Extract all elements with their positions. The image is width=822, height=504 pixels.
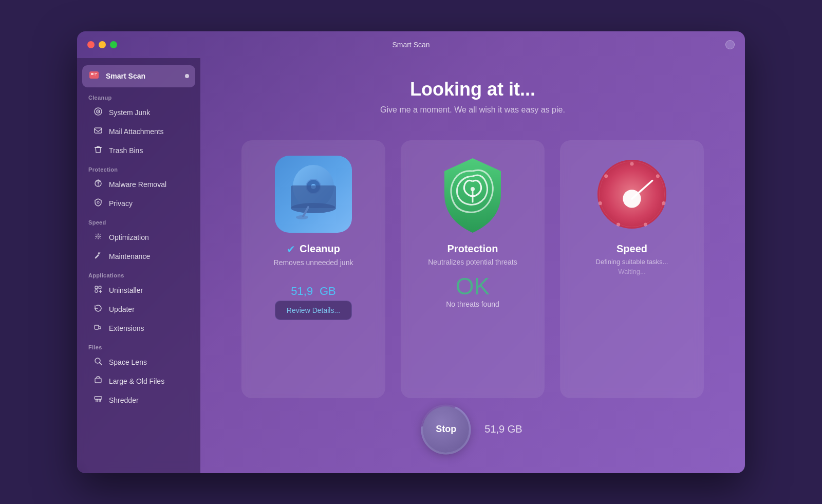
svg-point-29 <box>656 174 660 178</box>
svg-point-30 <box>662 201 665 205</box>
sidebar-uninstaller-label: Uninstaller <box>109 286 143 294</box>
space-lens-icon <box>94 357 103 368</box>
main-subheading: Give me a moment. We all wish it was eas… <box>380 105 565 115</box>
svg-point-34 <box>604 174 608 178</box>
sidebar-maintenance-label: Maintenance <box>109 252 150 260</box>
cleanup-title-row: ✔ Cleanup <box>287 243 340 255</box>
disk-svg <box>280 161 347 228</box>
svg-point-32 <box>616 222 620 226</box>
main-content: Smart Scan Cleanup System Junk <box>77 58 745 473</box>
sidebar-space-lens-label: Space Lens <box>109 358 147 366</box>
cleanup-description: Removes unneeded junk <box>274 258 353 267</box>
sidebar-optimization-label: Optimization <box>109 233 149 241</box>
sidebar-item-smart-scan[interactable]: Smart Scan <box>82 65 195 87</box>
section-label-speed: Speed <box>77 213 200 228</box>
shredder-icon <box>94 395 103 406</box>
mail-icon <box>94 126 103 137</box>
bottom-bar: Stop 51,9 GB <box>423 398 522 463</box>
speed-title-row: Speed <box>616 243 647 255</box>
privacy-icon <box>94 198 103 209</box>
protection-description: Neutralizes potential threats <box>428 258 517 266</box>
close-button[interactable] <box>87 41 95 48</box>
svg-point-6 <box>98 111 99 112</box>
sidebar-privacy-label: Privacy <box>109 199 133 208</box>
uninstaller-icon <box>94 285 103 296</box>
section-label-files: Files <box>77 338 200 352</box>
cleanup-check-icon: ✔ <box>287 243 295 255</box>
sidebar-item-uninstaller[interactable]: Uninstaller <box>82 281 195 300</box>
sidebar-item-space-lens[interactable]: Space Lens <box>82 353 195 371</box>
shield-svg <box>434 156 511 233</box>
main-panel: Looking at it... Give me a moment. We al… <box>200 58 745 473</box>
svg-point-9 <box>97 201 99 203</box>
svg-rect-15 <box>95 325 99 329</box>
sidebar-item-large-old-files[interactable]: Large & Old Files <box>82 372 195 390</box>
cleanup-title: Cleanup <box>300 243 340 255</box>
cleanup-card: ✔ Cleanup Removes unneeded junk 51,9 GB … <box>241 140 385 398</box>
protection-title-row: Protection <box>447 243 498 255</box>
app-window: Smart Scan Smart Scan Cleanup <box>77 31 745 473</box>
sidebar-item-privacy[interactable]: Privacy <box>82 194 195 213</box>
protection-title: Protection <box>447 243 498 255</box>
sidebar-trash-label: Trash Bins <box>109 146 143 155</box>
sidebar-item-updater[interactable]: Updater <box>82 300 195 319</box>
svg-rect-2 <box>95 73 97 74</box>
titlebar: Smart Scan <box>77 31 745 58</box>
section-label-protection: Protection <box>77 160 200 175</box>
section-label-cleanup: Cleanup <box>77 88 200 103</box>
section-label-applications: Applications <box>77 266 200 281</box>
review-details-button[interactable]: Review Details... <box>275 301 352 320</box>
speed-status: Waiting... <box>618 268 646 275</box>
active-indicator <box>185 74 189 78</box>
speed-description: Defining suitable tasks... <box>596 258 668 266</box>
protection-icon-wrap <box>434 156 511 233</box>
sidebar-item-system-junk[interactable]: System Junk <box>82 103 195 122</box>
speed-title: Speed <box>616 243 647 255</box>
sidebar-item-shredder[interactable]: Shredder <box>82 391 195 409</box>
svg-rect-12 <box>95 286 98 289</box>
sidebar-item-label: Smart Scan <box>106 72 145 80</box>
svg-point-31 <box>644 222 647 226</box>
sidebar-item-extensions[interactable]: Extensions <box>82 319 195 338</box>
cleanup-icon-wrap <box>275 156 352 233</box>
stop-value-label: 51,9 GB <box>484 423 522 435</box>
sidebar-malware-label: Malware Removal <box>109 180 166 189</box>
trash-icon <box>94 145 103 156</box>
protection-status: No threats found <box>446 300 499 308</box>
speed-card: Speed Defining suitable tasks... Waiting… <box>560 140 704 398</box>
svg-point-28 <box>630 162 633 165</box>
system-junk-icon <box>94 107 103 118</box>
sidebar-item-optimization[interactable]: Optimization <box>82 228 195 247</box>
cleanup-value: 51,9 GB <box>291 275 335 298</box>
sidebar-mail-label: Mail Attachments <box>109 127 164 136</box>
extensions-icon <box>94 323 103 334</box>
svg-rect-0 <box>89 71 99 79</box>
sidebar: Smart Scan Cleanup System Junk <box>77 58 200 473</box>
window-controls <box>87 41 117 48</box>
protection-card: Protection Neutralizes potential threats… <box>401 140 545 398</box>
cards-container: ✔ Cleanup Removes unneeded junk 51,9 GB … <box>221 140 724 398</box>
svg-rect-17 <box>95 378 101 383</box>
maximize-button[interactable] <box>110 41 117 48</box>
sidebar-item-mail-attachments[interactable]: Mail Attachments <box>82 122 195 141</box>
svg-point-24 <box>296 215 308 219</box>
large-files-icon <box>94 376 103 387</box>
stop-button[interactable]: Stop <box>423 406 469 453</box>
svg-rect-3 <box>95 74 96 76</box>
sidebar-item-maintenance[interactable]: Maintenance <box>82 247 195 266</box>
main-heading: Looking at it... <box>410 79 535 100</box>
speedometer-svg <box>593 156 670 233</box>
window-title: Smart Scan <box>392 41 429 49</box>
minimize-button[interactable] <box>99 41 106 48</box>
svg-rect-23 <box>291 185 336 208</box>
stop-button-wrap: Stop <box>423 406 469 453</box>
protection-value: OK <box>456 274 490 298</box>
sidebar-updater-label: Updater <box>109 305 135 313</box>
svg-rect-18 <box>95 397 102 399</box>
svg-rect-14 <box>95 290 98 292</box>
sidebar-item-malware-removal[interactable]: Malware Removal <box>82 175 195 194</box>
titlebar-indicator <box>725 40 735 49</box>
sidebar-system-junk-label: System Junk <box>109 108 150 117</box>
sidebar-item-trash-bins[interactable]: Trash Bins <box>82 141 195 160</box>
svg-point-33 <box>599 201 602 205</box>
